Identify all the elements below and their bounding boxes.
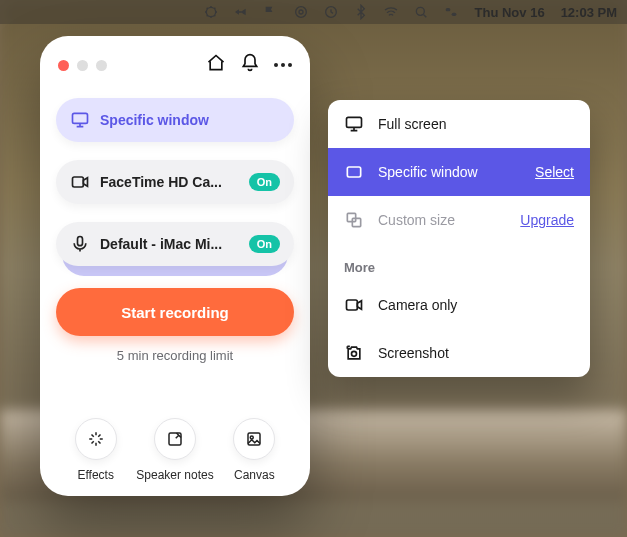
menubar-date[interactable]: Thu Nov 16 [475, 5, 545, 20]
camera-on-badge: On [249, 173, 280, 191]
bell-icon[interactable] [240, 53, 260, 77]
mic-source-chip[interactable]: Default - iMac Mi... On [56, 222, 294, 266]
menu-item-specific-window[interactable]: Specific window Select [328, 148, 590, 196]
control-center-icon[interactable] [443, 4, 459, 20]
svg-point-0 [206, 7, 215, 16]
zoom-dot[interactable] [96, 60, 107, 71]
select-action[interactable]: Select [535, 164, 574, 180]
effects-tool[interactable]: Effects [57, 418, 135, 482]
camera-icon [70, 172, 90, 192]
mic-source-label: Default - iMac Mi... [100, 236, 239, 252]
recorder-panel: Specific window FaceTime HD Ca... On Def… [40, 36, 310, 496]
speaker-notes-tool[interactable]: Speaker notes [136, 418, 214, 482]
canvas-icon [233, 418, 275, 460]
close-dot[interactable] [58, 60, 69, 71]
svg-rect-17 [347, 300, 358, 310]
svg-rect-8 [73, 177, 84, 187]
svg-rect-11 [248, 433, 260, 445]
svg-rect-6 [451, 13, 456, 16]
svg-point-18 [352, 351, 357, 356]
camera-icon [344, 295, 364, 315]
window-traffic-lights[interactable] [58, 60, 107, 71]
flag-icon[interactable] [263, 4, 279, 20]
screen-source-menu: Full screen Specific window Select Custo… [328, 100, 590, 377]
svg-rect-13 [347, 117, 362, 127]
microphone-icon [70, 234, 90, 254]
upgrade-action[interactable]: Upgrade [520, 212, 574, 228]
menu-item-camera-only[interactable]: Camera only [328, 281, 590, 329]
monitor-icon [344, 114, 364, 134]
menubar-time[interactable]: 12:03 PM [561, 5, 617, 20]
start-recording-button[interactable]: Start recording [56, 288, 294, 336]
svg-point-1 [295, 7, 306, 18]
spinner-icon[interactable] [203, 4, 219, 20]
menu-full-screen-label: Full screen [378, 116, 446, 132]
bluetooth-icon[interactable] [353, 4, 369, 20]
arrows-icon[interactable] [233, 4, 249, 20]
wifi-icon[interactable] [383, 4, 399, 20]
menu-item-custom-size[interactable]: Custom size Upgrade [328, 196, 590, 244]
camera-source-label: FaceTime HD Ca... [100, 174, 239, 190]
circle-icon[interactable] [293, 4, 309, 20]
canvas-tool[interactable]: Canvas [215, 418, 293, 482]
notes-icon [154, 418, 196, 460]
screen-source-chip[interactable]: Specific window [56, 98, 294, 142]
menu-item-full-screen[interactable]: Full screen [328, 100, 590, 148]
custom-size-icon [344, 210, 364, 230]
menu-custom-size-label: Custom size [378, 212, 455, 228]
screen-source-label: Specific window [100, 112, 280, 128]
screenshot-icon [344, 343, 364, 363]
menu-more-header: More [328, 244, 590, 281]
effects-label: Effects [77, 468, 113, 482]
canvas-label: Canvas [234, 468, 275, 482]
svg-rect-9 [78, 237, 83, 246]
menu-camera-only-label: Camera only [378, 297, 457, 313]
svg-point-2 [299, 10, 303, 14]
window-icon [344, 162, 364, 182]
menu-screenshot-label: Screenshot [378, 345, 449, 361]
speaker-notes-label: Speaker notes [136, 468, 213, 482]
svg-point-12 [251, 436, 254, 439]
svg-rect-5 [445, 8, 450, 11]
svg-rect-14 [347, 167, 360, 177]
camera-source-chip[interactable]: FaceTime HD Ca... On [56, 160, 294, 204]
clock-icon[interactable] [323, 4, 339, 20]
home-icon[interactable] [206, 53, 226, 77]
effects-icon [75, 418, 117, 460]
macos-menubar: Thu Nov 16 12:03 PM [0, 0, 627, 24]
mic-on-badge: On [249, 235, 280, 253]
menu-specific-window-label: Specific window [378, 164, 478, 180]
svg-point-4 [416, 7, 424, 15]
svg-rect-7 [73, 113, 88, 123]
minimize-dot[interactable] [77, 60, 88, 71]
start-recording-label: Start recording [121, 304, 229, 321]
menu-item-screenshot[interactable]: Screenshot [328, 329, 590, 377]
search-icon[interactable] [413, 4, 429, 20]
recording-limit-text: 5 min recording limit [56, 348, 294, 363]
monitor-icon [70, 110, 90, 130]
more-icon[interactable] [274, 63, 292, 67]
